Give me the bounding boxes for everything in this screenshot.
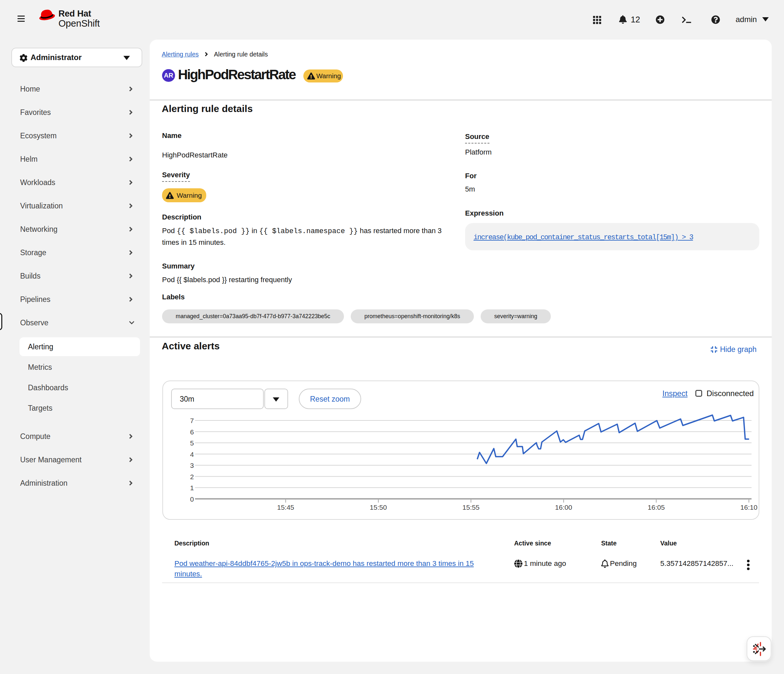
svg-text:1: 1 [190,484,194,492]
svg-text:7: 7 [190,417,194,424]
svg-text:2: 2 [190,473,194,480]
svg-text:4: 4 [190,450,194,458]
svg-text:16:10: 16:10 [740,503,758,511]
svg-text:15:45: 15:45 [277,503,294,511]
svg-text:15:55: 15:55 [462,503,479,511]
svg-text:16:00: 16:00 [555,503,572,511]
svg-text:16:05: 16:05 [648,503,665,511]
svg-text:15:50: 15:50 [370,503,387,511]
svg-text:0: 0 [190,495,194,503]
svg-text:3: 3 [190,462,194,469]
svg-text:6: 6 [190,428,194,435]
svg-text:5: 5 [190,439,194,447]
